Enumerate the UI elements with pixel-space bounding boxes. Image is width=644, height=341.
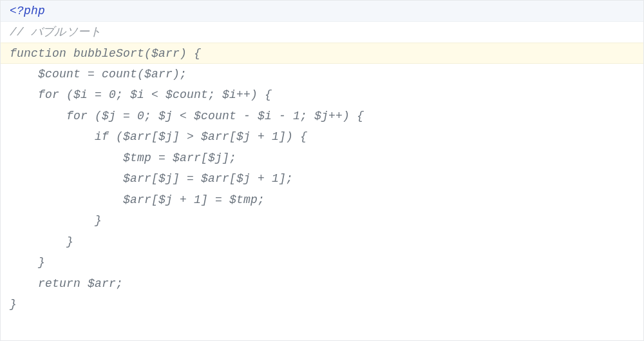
code-token: } [10, 256, 45, 269]
code-line: function bubbleSort($arr) { [1, 43, 643, 64]
code-token: } [10, 298, 17, 311]
code-token: $tmp = $arr[$j]; [10, 151, 236, 164]
code-line: $arr[$j] = $arr[$j + 1]; [1, 168, 643, 190]
code-block: <?php// バブルソートfunction bubbleSort($arr) … [0, 0, 644, 341]
code-token: } [10, 235, 73, 248]
code-line: } [1, 252, 643, 273]
code-line: for ($i = 0; $i < $count; $i++) { [1, 84, 643, 106]
code-line: $tmp = $arr[$j]; [1, 148, 643, 169]
code-line: } [1, 231, 643, 253]
code-token: return $arr; [10, 277, 123, 290]
code-line: for ($j = 0; $j < $count - $i - 1; $j++)… [1, 106, 643, 127]
code-token: } [10, 214, 102, 227]
code-token: function bubbleSort($arr) { [10, 47, 201, 60]
code-line: $arr[$j + 1] = $tmp; [1, 190, 643, 211]
code-line: } [1, 210, 643, 231]
code-token: // バブルソート [10, 26, 101, 39]
code-line: return $arr; [1, 273, 643, 295]
code-token: $arr[$j + 1] = $tmp; [10, 193, 265, 206]
code-token: for ($i = 0; $i < $count; $i++) { [10, 88, 272, 101]
code-token: $count = count($arr); [10, 68, 187, 81]
code-line: <?php [1, 1, 643, 22]
code-line: $count = count($arr); [1, 64, 643, 85]
code-token: <?php [10, 5, 45, 17]
code-line: // バブルソート [1, 22, 643, 43]
code-token: $arr[$j] = $arr[$j + 1]; [10, 172, 293, 185]
code-line: if ($arr[$j] > $arr[$j + 1]) { [1, 126, 643, 148]
code-line: } [1, 294, 643, 315]
code-token: for ($j = 0; $j < $count - $i - 1; $j++)… [10, 110, 364, 122]
code-token: if ($arr[$j] > $arr[$j + 1]) { [10, 130, 307, 143]
